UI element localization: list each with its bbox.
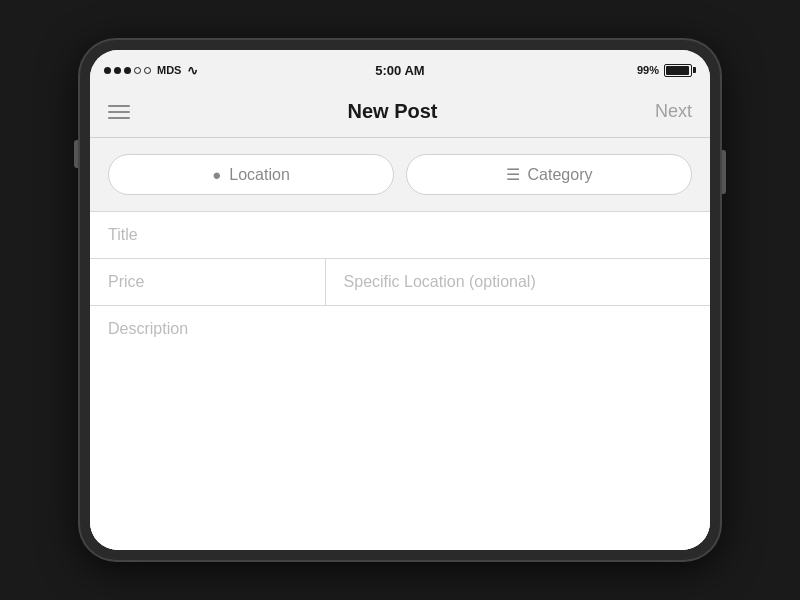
battery-fill [666,66,689,75]
hamburger-line-2 [108,111,130,113]
category-list-icon: ☰ [506,165,520,184]
hamburger-line-1 [108,105,130,107]
status-time: 5:00 AM [375,63,424,78]
battery-pct: 99% [637,64,659,76]
specific-location-placeholder: Specific Location (optional) [344,273,536,290]
specific-location-field[interactable]: Specific Location (optional) [326,259,710,305]
price-location-row: Price Specific Location (optional) [90,259,710,306]
screen: MDS ∿ 5:00 AM 99% New Post Next [90,50,710,550]
carrier-label: MDS [157,64,181,76]
category-filter-label: Category [528,166,593,184]
location-filter-label: Location [229,166,290,184]
price-placeholder: Price [108,273,144,290]
status-bar: MDS ∿ 5:00 AM 99% [90,50,710,86]
location-filter-button[interactable]: ● Location [108,154,394,195]
battery-icon [664,64,692,77]
description-field[interactable]: Description [90,306,710,550]
signal-dot-2 [114,67,121,74]
title-field[interactable]: Title [90,212,710,259]
description-placeholder: Description [108,320,188,337]
price-field[interactable]: Price [90,259,326,305]
phone-frame: MDS ∿ 5:00 AM 99% New Post Next [80,40,720,560]
status-left: MDS ∿ [104,63,198,78]
signal-dot-1 [104,67,111,74]
signal-dot-3 [124,67,131,74]
signal-dots [104,67,151,74]
signal-dot-4 [134,67,141,74]
signal-dot-5 [144,67,151,74]
wifi-icon: ∿ [187,63,198,78]
location-pin-icon: ● [212,166,221,183]
menu-button[interactable] [108,105,130,119]
filter-row: ● Location ☰ Category [90,138,710,212]
category-filter-button[interactable]: ☰ Category [406,154,692,195]
content-area: ● Location ☰ Category Title Price Specif… [90,138,710,550]
status-right: 99% [637,64,692,77]
next-button[interactable]: Next [655,101,692,122]
nav-bar: New Post Next [90,86,710,138]
title-placeholder: Title [108,226,138,243]
hamburger-line-3 [108,117,130,119]
page-title: New Post [347,100,437,123]
